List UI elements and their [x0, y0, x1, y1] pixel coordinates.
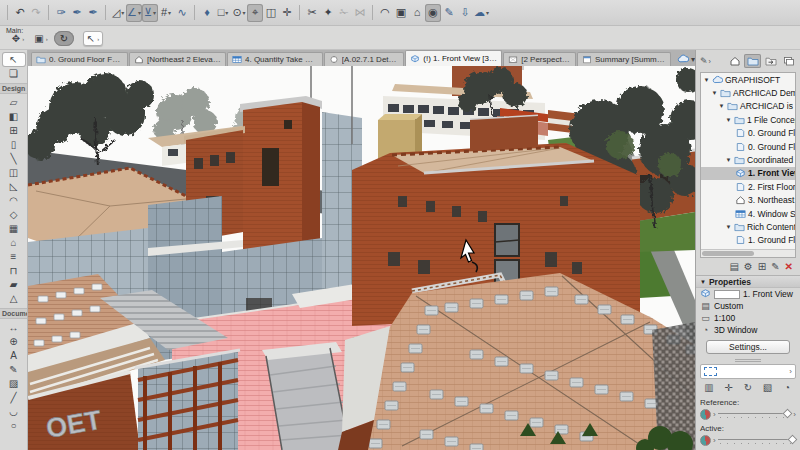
- zoom-selection-button[interactable]: ◉ ▾: [425, 4, 441, 22]
- settings-button[interactable]: Settings...: [706, 340, 790, 354]
- inject-parameters-button[interactable]: ✒ ▾: [69, 4, 85, 22]
- properties-header[interactable]: ▼ Properties: [696, 275, 800, 288]
- morph-tool-button[interactable]: ◇: [3, 208, 25, 221]
- trim-button[interactable]: ✁ ▾: [336, 4, 352, 22]
- tree-item[interactable]: ▼ Rich Content: [701, 220, 795, 233]
- marquee-bar[interactable]: ›: [700, 364, 796, 379]
- door-tool-button[interactable]: ◧: [3, 110, 25, 123]
- new-folder-button[interactable]: ⊞: [758, 261, 766, 272]
- fill-tool-button[interactable]: ▨: [3, 377, 25, 390]
- publisher-button[interactable]: [780, 54, 797, 68]
- view-tab[interactable]: [2 Perspective]: [503, 52, 576, 66]
- redo-button[interactable]: ↷ ▾: [28, 4, 44, 22]
- tree-item[interactable]: ▼ 0. Ground Floor Fur: [701, 140, 795, 153]
- text-tool-button[interactable]: A: [3, 349, 25, 362]
- view-tab[interactable]: [A.02.7.1 Details]: [324, 52, 404, 66]
- view-tab[interactable]: 0. Ground Floor Furn...: [31, 52, 128, 66]
- virtual-trace-button[interactable]: ◫ ▾: [263, 4, 279, 22]
- column-tool-button[interactable]: ▯: [3, 138, 25, 151]
- tree-item[interactable]: ▼ ARCHICAD is BIM: [701, 100, 795, 113]
- object-tool-button[interactable]: ⌂: [3, 236, 25, 249]
- disclosure-triangle-icon[interactable]: ▼: [725, 117, 732, 123]
- delete-button[interactable]: ✕: [785, 261, 793, 272]
- tree-item[interactable]: ▼ 2. First Floor: [701, 180, 795, 193]
- zoom-button[interactable]: ▣ ›: [31, 31, 51, 46]
- arrow-nav-button[interactable]: ↖ ›: [83, 31, 103, 46]
- tree-item[interactable]: ▼ GRAPHISOFT: [701, 73, 795, 86]
- marquee-options-button[interactable]: □ ▾: [215, 4, 231, 22]
- trace-toggle-button[interactable]: ▥: [701, 381, 717, 394]
- reference-opacity-slider[interactable]: [718, 409, 792, 420]
- view-id-field[interactable]: [714, 290, 740, 299]
- shell-tool-button[interactable]: ◠: [3, 194, 25, 207]
- window-tool-button[interactable]: ⊞: [3, 124, 25, 137]
- curtain-wall-tool-button[interactable]: ▦: [3, 222, 25, 235]
- undo-button[interactable]: ↶ ▾: [12, 4, 28, 22]
- snap-guides-button[interactable]: ∿ ▾: [174, 4, 190, 22]
- arrow-tool-button[interactable]: ↖: [3, 53, 25, 66]
- pick-up-parameters-button[interactable]: ✑ ▾: [53, 4, 69, 22]
- home-button[interactable]: ⌂ ▾: [409, 4, 425, 22]
- stair-tool-button[interactable]: ≡: [3, 250, 25, 263]
- save-current-view-button[interactable]: ✎: [771, 261, 779, 272]
- suspend-groups-button[interactable]: ⊙ ▾: [231, 4, 247, 22]
- cloud-sync-button[interactable]: ☁ ▾: [473, 4, 490, 22]
- switch-reference-button[interactable]: ▧: [760, 381, 776, 394]
- beam-tool-button[interactable]: ╲: [3, 152, 25, 165]
- marquee-tool-button[interactable]: ❏: [3, 67, 25, 80]
- panel-splitter[interactable]: [696, 357, 800, 364]
- roof-tool-button[interactable]: ◺: [3, 180, 25, 193]
- gravity-button[interactable]: ⊻ ▾: [142, 4, 158, 22]
- project-chooser-button[interactable]: ✎ ›: [700, 56, 711, 66]
- tree-item[interactable]: ▼ 1. Ground Floor: [701, 234, 795, 247]
- disclosure-triangle-icon[interactable]: ▼: [725, 157, 732, 163]
- clone-folder-button[interactable]: ▤: [729, 261, 738, 272]
- disclosure-triangle-icon[interactable]: ▼: [718, 103, 725, 109]
- tree-item[interactable]: ▼ 0. Ground Floor Cei: [701, 127, 795, 140]
- mesh-tool-button[interactable]: △: [3, 292, 25, 305]
- intersect-button[interactable]: ⋈ ▾: [352, 4, 368, 22]
- radial-dimension-tool-button[interactable]: ⊕: [3, 335, 25, 348]
- tree-item[interactable]: ▼ 1 File Concept: [701, 113, 795, 126]
- reference-color-icon[interactable]: [700, 409, 711, 420]
- disclosure-triangle-icon[interactable]: ▼: [711, 90, 718, 96]
- cursor-snap-button[interactable]: ⌖ ▾: [247, 4, 263, 22]
- scrollbar-thumb[interactable]: [702, 251, 754, 256]
- label-tool-button[interactable]: ✎: [3, 363, 25, 376]
- disclosure-triangle-icon[interactable]: ▼: [725, 224, 732, 230]
- snap-grid-button[interactable]: # ▾: [158, 4, 174, 22]
- split-button[interactable]: ✂ ▾: [304, 4, 320, 22]
- 3d-viewport[interactable]: OET: [28, 66, 695, 450]
- slab-tool-button[interactable]: ◫: [3, 166, 25, 179]
- resize-button[interactable]: ▣ ▾: [393, 4, 409, 22]
- fit-in-window-button[interactable]: ✛ ▾: [279, 4, 295, 22]
- tree-item[interactable]: ▼ 4. Window Schedu: [701, 207, 795, 220]
- disclosure-triangle-icon[interactable]: ▼: [703, 77, 710, 83]
- camera-tool-button[interactable]: ○: [3, 419, 25, 432]
- editing-plane-button[interactable]: ∠ ▾: [126, 4, 142, 22]
- view-settings-button[interactable]: ⚙: [744, 261, 753, 272]
- drag-reference-button[interactable]: ✛: [721, 381, 737, 394]
- tree-item[interactable]: ▼ Coordinated Documen: [701, 153, 795, 166]
- view-map-button[interactable]: [744, 54, 761, 68]
- dimension-tool-button[interactable]: ↔: [3, 321, 25, 334]
- active-color-icon[interactable]: [700, 435, 711, 446]
- markup-button[interactable]: ✎ ▾: [441, 4, 457, 22]
- tree-item[interactable]: ▼ 3. Northeast 2 Elev: [701, 194, 795, 207]
- layout-book-button[interactable]: [762, 54, 779, 68]
- arc-tool-button[interactable]: ◡: [3, 405, 25, 418]
- inject-favorites-button[interactable]: ✒ ▾: [85, 4, 101, 22]
- fillet-button[interactable]: ◠ ▾: [377, 4, 393, 22]
- line-tool-button[interactable]: ╱: [3, 391, 25, 404]
- orbit-button[interactable]: ↻ ›: [54, 31, 74, 46]
- rotate-reference-button[interactable]: ↻: [740, 381, 756, 394]
- zone-tool-button[interactable]: ▰: [3, 278, 25, 291]
- view-tab[interactable]: 4. Quantity Take Off...: [227, 52, 323, 66]
- active-opacity-slider[interactable]: [718, 435, 796, 446]
- chevron-right-icon[interactable]: ›: [793, 410, 796, 419]
- adjust-button[interactable]: ✦ ▾: [320, 4, 336, 22]
- project-map-button[interactable]: [726, 54, 743, 68]
- tree-item[interactable]: ▼ 1. Front View: [701, 167, 795, 180]
- railing-tool-button[interactable]: ⊓: [3, 264, 25, 277]
- wall-tool-button[interactable]: ▱: [3, 96, 25, 109]
